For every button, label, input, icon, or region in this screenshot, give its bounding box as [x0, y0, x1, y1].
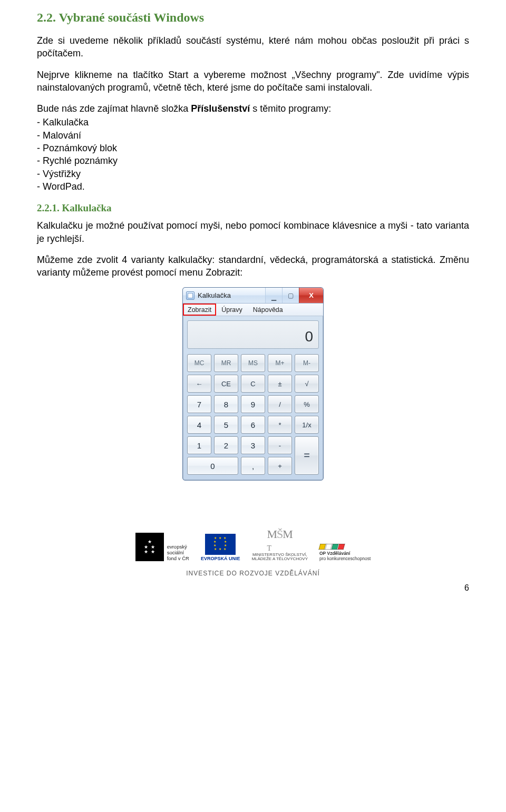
- btn-divide[interactable]: /: [268, 395, 292, 413]
- opvk-line1: OP Vzdělávání: [319, 551, 350, 556]
- list-item: - Malování: [37, 129, 469, 142]
- btn-sqrt[interactable]: √: [295, 375, 319, 393]
- logo-esf: ★★ ★★ ★ evropský sociální fond v ČR: [135, 533, 189, 561]
- btn-backspace[interactable]: ←: [187, 375, 211, 393]
- footer-logos: ★★ ★★ ★ evropský sociální fond v ČR EVRO…: [0, 523, 506, 569]
- btn-8[interactable]: 8: [214, 395, 238, 413]
- minimize-button[interactable]: ▁: [265, 288, 282, 303]
- btn-plus[interactable]: +: [268, 457, 292, 475]
- btn-3[interactable]: 3: [241, 436, 265, 454]
- btn-5[interactable]: 5: [214, 416, 238, 434]
- btn-ce[interactable]: CE: [214, 375, 238, 393]
- page-number: 6: [0, 583, 506, 593]
- list-item: - Kalkulačka: [37, 116, 469, 129]
- msmt-icon: MŠMT: [267, 528, 293, 552]
- menu-item-edit[interactable]: Úpravy: [216, 304, 248, 316]
- button-grid: MC MR MS M+ M- ← CE C ± √ 7 8 9 / % 4 5 …: [183, 352, 323, 480]
- paragraph: Nejprve klikneme na tlačítko Start a vyb…: [37, 69, 469, 94]
- eu-flag-icon: [205, 534, 236, 555]
- menu-bar: Zobrazit Úpravy Nápověda: [183, 304, 323, 316]
- list-item: - Rychlé poznámky: [37, 154, 469, 167]
- logo-eu: EVROPSKÁ UNIE: [201, 534, 240, 561]
- programs-list: - Kalkulačka - Malování - Poznámkový blo…: [37, 116, 469, 193]
- app-icon: [186, 291, 194, 300]
- msmt-text: MINISTERSTVO ŠKOLSTVÍ, MLÁDEŽE A TĚLOVÝC…: [251, 553, 308, 562]
- btn-0[interactable]: 0: [187, 457, 238, 475]
- opvk-line2: pro konkurenceschopnost: [319, 556, 371, 561]
- paragraph: Kalkulačku je možné používat pomocí myši…: [37, 219, 469, 245]
- calculator-window: Kalkulačka ▁ ▢ X Zobrazit Úpravy Nápověd…: [182, 287, 324, 481]
- text-tail: s těmito programy:: [250, 103, 331, 114]
- esf-text: evropský sociální fond v ČR: [167, 544, 189, 562]
- text-bold-accessories: Příslušenství: [191, 103, 250, 114]
- paragraph: Můžeme zde zvolit 4 varianty kalkulačky:…: [37, 253, 469, 279]
- footer-slogan: INVESTICE DO ROZVOJE VZDĚLÁVÁNÍ: [0, 570, 506, 583]
- opvk-icon: [319, 544, 345, 550]
- heading-calculator: 2.2.1. Kalkulačka: [37, 202, 469, 214]
- display-value: 0: [305, 328, 313, 345]
- esf-icon: ★★ ★★ ★: [135, 533, 164, 561]
- window-title: Kalkulačka: [198, 291, 231, 299]
- menu-item-view[interactable]: Zobrazit: [183, 304, 216, 316]
- btn-mplus[interactable]: M+: [268, 354, 292, 372]
- menu-item-help[interactable]: Nápověda: [248, 304, 288, 316]
- eu-label: EVROPSKÁ UNIE: [201, 556, 240, 561]
- btn-9[interactable]: 9: [241, 395, 265, 413]
- btn-4[interactable]: 4: [187, 416, 211, 434]
- minimize-icon: ▁: [271, 294, 276, 300]
- logo-opvk: OP Vzdělávání pro konkurenceschopnost: [319, 544, 371, 561]
- display: 0: [187, 320, 319, 349]
- maximize-button[interactable]: ▢: [282, 288, 299, 303]
- btn-2[interactable]: 2: [214, 436, 238, 454]
- btn-ms[interactable]: MS: [241, 354, 265, 372]
- paragraph: Bude nás zde zajímat hlavně složka Přísl…: [37, 102, 469, 115]
- paragraph: Zde si uvedeme několik příkladů součástí…: [37, 34, 469, 60]
- maximize-icon: ▢: [288, 292, 294, 299]
- heading-selected-components: 2.2. Vybrané součásti Windows: [37, 11, 469, 25]
- logo-msmt: MŠMT MINISTERSTVO ŠKOLSTVÍ, MLÁDEŽE A TĚ…: [251, 528, 308, 561]
- btn-mc[interactable]: MC: [187, 354, 211, 372]
- btn-decimal[interactable]: ,: [241, 457, 265, 475]
- btn-1[interactable]: 1: [187, 436, 211, 454]
- btn-negate[interactable]: ±: [268, 375, 292, 393]
- btn-equals[interactable]: =: [295, 436, 319, 475]
- btn-6[interactable]: 6: [241, 416, 265, 434]
- list-item: - Poznámkový blok: [37, 142, 469, 154]
- text-lead: Bude nás zde zajímat hlavně složka: [37, 103, 191, 114]
- btn-percent[interactable]: %: [295, 395, 319, 413]
- list-item: - Výstřižky: [37, 168, 469, 180]
- btn-mminus[interactable]: M-: [295, 354, 319, 372]
- btn-mr[interactable]: MR: [214, 354, 238, 372]
- btn-reciprocal[interactable]: 1/x: [295, 416, 319, 434]
- btn-multiply[interactable]: *: [268, 416, 292, 434]
- window-titlebar[interactable]: Kalkulačka ▁ ▢ X: [183, 288, 323, 304]
- btn-minus[interactable]: -: [268, 436, 292, 454]
- close-icon: X: [309, 292, 314, 299]
- list-item: - WordPad.: [37, 180, 469, 193]
- close-button[interactable]: X: [299, 288, 323, 303]
- btn-c[interactable]: C: [241, 375, 265, 393]
- btn-7[interactable]: 7: [187, 395, 211, 413]
